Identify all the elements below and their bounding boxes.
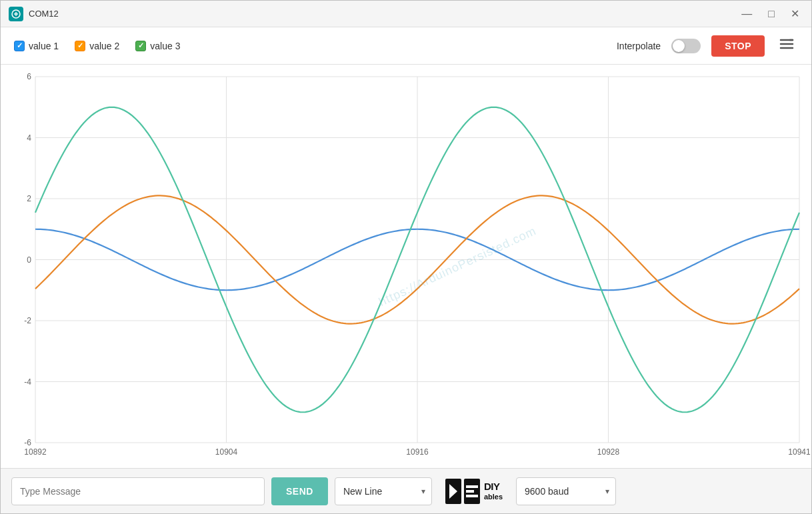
legend-item-value3[interactable]: ✓ value 3 bbox=[135, 41, 180, 51]
legend-label-value1: value 1 bbox=[29, 41, 59, 51]
interpolate-label: Interpolate bbox=[617, 41, 661, 51]
newline-select[interactable]: New Line No Line Ending Carriage Return … bbox=[335, 477, 432, 505]
bottom-bar: SEND New Line No Line Ending Carriage Re… bbox=[1, 468, 811, 513]
window-title: COM12 bbox=[29, 9, 737, 19]
window-controls: — □ ✕ bbox=[737, 7, 803, 21]
checkbox-value1[interactable]: ✓ bbox=[14, 41, 25, 51]
legend-item-value2[interactable]: ✓ value 2 bbox=[75, 41, 119, 51]
brand-icon bbox=[445, 479, 480, 504]
toggle-knob bbox=[673, 40, 685, 52]
toolbar-right: Interpolate STOP bbox=[617, 35, 798, 57]
send-button[interactable]: SEND bbox=[271, 477, 328, 505]
svg-rect-11 bbox=[466, 490, 474, 493]
stop-button[interactable]: STOP bbox=[711, 35, 765, 57]
baud-select[interactable]: 300 baud 1200 baud 2400 baud 4800 baud 9… bbox=[516, 477, 616, 505]
svg-rect-12 bbox=[466, 495, 478, 497]
minimize-button[interactable]: — bbox=[737, 7, 756, 21]
legend-label-value3: value 3 bbox=[150, 41, 180, 51]
checkbox-value2[interactable]: ✓ bbox=[75, 41, 85, 51]
legend-item-value1[interactable]: ✓ value 1 bbox=[14, 41, 59, 51]
newline-select-wrapper: New Line No Line Ending Carriage Return … bbox=[335, 477, 432, 505]
menu-button[interactable] bbox=[775, 35, 798, 56]
brand-text: DIY ables bbox=[484, 481, 503, 501]
main-window: COM12 — □ ✕ ✓ value 1 ✓ value 2 bbox=[0, 0, 812, 514]
maximize-button[interactable]: □ bbox=[764, 7, 779, 21]
baud-select-wrapper: 300 baud 1200 baud 2400 baud 4800 baud 9… bbox=[516, 477, 616, 505]
chart-area: https://ArduinoPersisted.com bbox=[1, 65, 811, 468]
checkbox-value3[interactable]: ✓ bbox=[135, 41, 146, 51]
interpolate-toggle[interactable] bbox=[671, 39, 701, 53]
message-input[interactable] bbox=[11, 477, 265, 505]
svg-rect-10 bbox=[466, 485, 478, 488]
brand-logo: DIY ables bbox=[445, 479, 503, 504]
close-button[interactable]: ✕ bbox=[787, 7, 803, 21]
legend-label-value2: value 2 bbox=[89, 41, 119, 51]
chart-canvas bbox=[1, 65, 811, 468]
menu-icon bbox=[779, 38, 794, 50]
legend: ✓ value 1 ✓ value 2 ✓ value 3 bbox=[14, 41, 617, 51]
app-logo bbox=[9, 7, 23, 21]
toolbar: ✓ value 1 ✓ value 2 ✓ value 3 Interpolat… bbox=[1, 27, 811, 65]
title-bar: COM12 — □ ✕ bbox=[1, 1, 811, 27]
